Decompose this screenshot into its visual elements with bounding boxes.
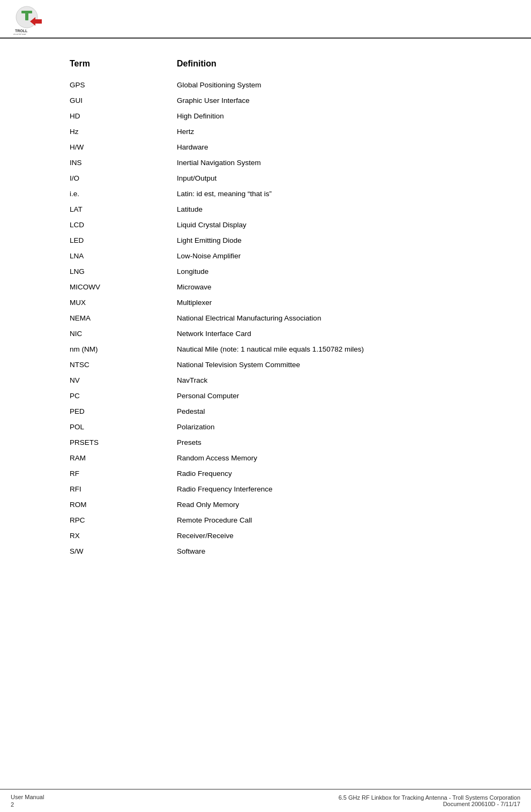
term-cell: INS: [70, 155, 177, 170]
term-cell: NTSC: [70, 357, 177, 373]
definition-cell: Personal Computer: [177, 388, 461, 404]
term-cell: LAT: [70, 202, 177, 217]
table-row: RPCRemote Procedure Call: [70, 512, 461, 528]
table-row: HDHigh Definition: [70, 108, 461, 124]
table-row: NTSCNational Television System Committee: [70, 357, 461, 373]
term-cell: NEMA: [70, 310, 177, 326]
page-footer: User Manual 2 6.5 GHz RF Linkbox for Tra…: [0, 789, 531, 812]
term-cell: Hz: [70, 124, 177, 139]
definition-cell: Low-Noise Amplifier: [177, 248, 461, 264]
table-row: NEMANational Electrical Manufacturing As…: [70, 310, 461, 326]
definition-cell: Microwave: [177, 279, 461, 295]
table-row: RAMRandom Access Memory: [70, 450, 461, 466]
table-row: LATLatitude: [70, 202, 461, 217]
definition-cell: Global Positioning System: [177, 77, 461, 93]
footer-left: User Manual 2: [11, 794, 44, 808]
svg-text:TROLL: TROLL: [15, 29, 28, 33]
term-cell: LCD: [70, 217, 177, 233]
definition-cell: Graphic User Interface: [177, 93, 461, 108]
table-row: POLPolarization: [70, 419, 461, 435]
definition-cell: Hertz: [177, 124, 461, 139]
page-header: TROLL SYSTEMS: [0, 0, 531, 39]
term-cell: MUX: [70, 295, 177, 310]
definition-cell: Input/Output: [177, 170, 461, 186]
col-header-term: Term: [70, 55, 177, 77]
table-row: i.e.Latin: id est, meaning “that is”: [70, 186, 461, 202]
table-row: ROMRead Only Memory: [70, 497, 461, 512]
table-row: PEDPedestal: [70, 404, 461, 419]
term-cell: RPC: [70, 512, 177, 528]
svg-text:SYSTEMS: SYSTEMS: [13, 33, 27, 35]
term-cell: HD: [70, 108, 177, 124]
footer-product-info: 6.5 GHz RF Linkbox for Tracking Antenna …: [339, 794, 520, 801]
term-cell: RFI: [70, 481, 177, 497]
definition-cell: Radio Frequency: [177, 466, 461, 481]
table-row: PRSETSPresets: [70, 435, 461, 450]
term-cell: RX: [70, 528, 177, 543]
table-row: MICOWVMicrowave: [70, 279, 461, 295]
table-row: RFRadio Frequency: [70, 466, 461, 481]
main-content: Term Definition GPSGlobal Positioning Sy…: [0, 39, 531, 591]
table-row: S/WSoftware: [70, 543, 461, 559]
col-header-definition: Definition: [177, 55, 461, 77]
definition-cell: Latitude: [177, 202, 461, 217]
footer-right: 6.5 GHz RF Linkbox for Tracking Antenna …: [339, 794, 520, 807]
definition-cell: Radio Frequency Interference: [177, 481, 461, 497]
table-row: NVNavTrack: [70, 373, 461, 388]
table-row: LNALow-Noise Amplifier: [70, 248, 461, 264]
table-row: RFIRadio Frequency Interference: [70, 481, 461, 497]
term-cell: i.e.: [70, 186, 177, 202]
table-header-row: Term Definition: [70, 55, 461, 77]
glossary-table: Term Definition GPSGlobal Positioning Sy…: [70, 55, 461, 559]
table-row: LCDLiquid Crystal Display: [70, 217, 461, 233]
table-row: GUIGraphic User Interface: [70, 93, 461, 108]
term-cell: LNG: [70, 264, 177, 279]
term-cell: S/W: [70, 543, 177, 559]
footer-document-info: Document 200610D - 7/11/17: [339, 801, 520, 807]
table-row: LNGLongitude: [70, 264, 461, 279]
table-row: NICNetwork Interface Card: [70, 326, 461, 341]
footer-label: User Manual: [11, 794, 44, 800]
definition-cell: Liquid Crystal Display: [177, 217, 461, 233]
term-cell: PRSETS: [70, 435, 177, 450]
term-cell: RAM: [70, 450, 177, 466]
table-row: PCPersonal Computer: [70, 388, 461, 404]
term-cell: nm (NM): [70, 341, 177, 357]
term-cell: ROM: [70, 497, 177, 512]
definition-cell: Nautical Mile (note: 1 nautical mile equ…: [177, 341, 461, 357]
definition-cell: National Electrical Manufacturing Associ…: [177, 310, 461, 326]
term-cell: POL: [70, 419, 177, 435]
svg-rect-2: [25, 11, 28, 20]
definition-cell: Hardware: [177, 139, 461, 155]
term-cell: RF: [70, 466, 177, 481]
definition-cell: Receiver/Receive: [177, 528, 461, 543]
definition-cell: Read Only Memory: [177, 497, 461, 512]
term-cell: GPS: [70, 77, 177, 93]
term-cell: PED: [70, 404, 177, 419]
definition-cell: Pedestal: [177, 404, 461, 419]
footer-page-number: 2: [11, 801, 44, 808]
term-cell: NIC: [70, 326, 177, 341]
definition-cell: National Television System Committee: [177, 357, 461, 373]
logo-container: TROLL SYSTEMS: [11, 5, 54, 35]
term-cell: LED: [70, 233, 177, 248]
term-cell: I/O: [70, 170, 177, 186]
table-row: RXReceiver/Receive: [70, 528, 461, 543]
definition-cell: High Definition: [177, 108, 461, 124]
table-row: HzHertz: [70, 124, 461, 139]
definition-cell: Multiplexer: [177, 295, 461, 310]
term-cell: MICOWV: [70, 279, 177, 295]
table-row: nm (NM)Nautical Mile (note: 1 nautical m…: [70, 341, 461, 357]
table-row: H/WHardware: [70, 139, 461, 155]
definition-cell: NavTrack: [177, 373, 461, 388]
term-cell: LNA: [70, 248, 177, 264]
definition-cell: Random Access Memory: [177, 450, 461, 466]
definition-cell: Network Interface Card: [177, 326, 461, 341]
troll-systems-logo: TROLL SYSTEMS: [11, 5, 54, 35]
table-row: LEDLight Emitting Diode: [70, 233, 461, 248]
definition-cell: Light Emitting Diode: [177, 233, 461, 248]
definition-cell: Remote Procedure Call: [177, 512, 461, 528]
definition-cell: Inertial Navigation System: [177, 155, 461, 170]
definition-cell: Polarization: [177, 419, 461, 435]
table-row: GPSGlobal Positioning System: [70, 77, 461, 93]
